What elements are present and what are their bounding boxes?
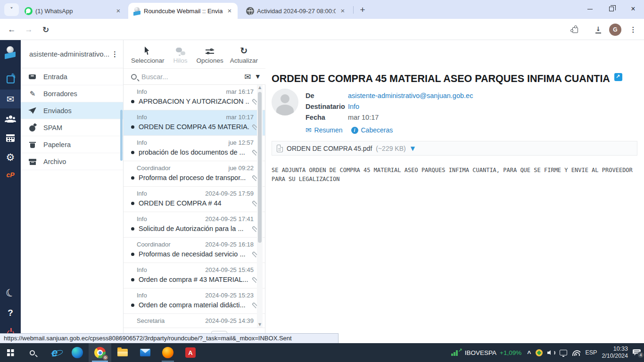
- to-address-link[interactable]: Info: [348, 101, 359, 112]
- clock[interactable]: 10:332/10/2024: [602, 346, 628, 360]
- message-list-item[interactable]: Secretaria 2024-09-25 14:39: [124, 314, 265, 328]
- message-date: 2024-09-25 17:59: [205, 190, 254, 197]
- message-list-item[interactable]: Coordinador 2024-09-25 16:18 Proformas d…: [124, 238, 265, 263]
- list-scrollbar[interactable]: ▲ ▼: [257, 85, 263, 328]
- acrobat-icon: A: [185, 347, 196, 358]
- minimize-button[interactable]: [579, 0, 601, 18]
- chrome-button[interactable]: G: [89, 343, 111, 362]
- tab-whatsapp[interactable]: (1) WhatsApp ×: [20, 3, 126, 19]
- close-tab-icon[interactable]: ×: [225, 7, 234, 15]
- message-list-item[interactable]: Coordinador jue 09:22 Proforma del proce…: [124, 161, 265, 187]
- message-list-item[interactable]: Info mar 16:17 APROBACION Y AUTORIZACION…: [124, 85, 265, 110]
- file-explorer-button[interactable]: [111, 343, 134, 362]
- extensions-button[interactable]: [569, 24, 581, 36]
- edge-button[interactable]: [66, 343, 89, 362]
- language-indicator[interactable]: ESP: [585, 349, 597, 356]
- from-address-link[interactable]: asistente-administrativo@sanjuan.gob.ec: [348, 90, 473, 101]
- folder-enviados[interactable]: Enviados: [21, 102, 123, 119]
- message-subject: APROBACION Y AUTORIZACION ...: [139, 98, 249, 105]
- attachment-filename[interactable]: ORDEN DE COMPRA 45.pdf: [287, 145, 372, 152]
- message-list-item[interactable]: Info mar 10:17 ORDEN DE COMPRA 45 MATERI…: [124, 110, 265, 136]
- forward-button[interactable]: →: [23, 24, 35, 36]
- message-list: Info mar 16:17 APROBACION Y AUTORIZACION…: [124, 85, 265, 328]
- unread-dot: [131, 253, 134, 256]
- headers-link[interactable]: iCabeceras: [351, 126, 393, 134]
- options-button[interactable]: Opciones: [197, 45, 223, 64]
- threads-button[interactable]: Hilos: [171, 45, 190, 64]
- scroll-up-icon[interactable]: ▲: [257, 85, 263, 90]
- downloads-button[interactable]: ↓: [592, 24, 604, 36]
- folder-spam[interactable]: SPAM: [21, 119, 123, 136]
- profile-button[interactable]: G: [609, 24, 621, 36]
- folder-borradores[interactable]: ✎Borradores: [21, 85, 123, 102]
- close-icon: ×: [631, 5, 635, 13]
- message-list-item[interactable]: Info 2024-09-25 15:23 Orden de compra ma…: [124, 288, 265, 314]
- roundcube-logo-icon[interactable]: [0, 42, 21, 61]
- start-button[interactable]: [0, 343, 21, 362]
- wifi-icon[interactable]: [572, 350, 580, 356]
- mail-nav-button[interactable]: ✉: [0, 90, 21, 108]
- message-list-item[interactable]: Info 2024-09-25 15:45 Orden de compra # …: [124, 263, 265, 288]
- compose-button[interactable]: [0, 70, 21, 89]
- message-headers: Deasistente-administrativo@sanjuan.gob.e…: [305, 90, 473, 123]
- calendar-nav-button[interactable]: [0, 129, 21, 148]
- help-button[interactable]: ?: [0, 304, 21, 322]
- action-center-button[interactable]: 4: [633, 349, 642, 357]
- tray-expand-icon[interactable]: ^: [527, 350, 531, 357]
- chevron-down-icon: ˅: [10, 7, 13, 13]
- volume-icon[interactable]: [547, 350, 555, 356]
- message-list-item[interactable]: Info 2024-09-25 17:41 Solicitud de Autor…: [124, 212, 265, 238]
- close-window-button[interactable]: ×: [622, 0, 644, 18]
- tab-search-button[interactable]: ˅: [4, 3, 19, 16]
- folder-papelera[interactable]: Papelera: [21, 136, 123, 153]
- folder-menu-icon[interactable]: ⋮: [111, 50, 118, 58]
- coin-icon[interactable]: [536, 349, 543, 356]
- unread-dot: [131, 227, 134, 230]
- browser-menu-button[interactable]: ⋮: [627, 24, 639, 36]
- taskbar-search-button[interactable]: [21, 343, 43, 362]
- stock-widget[interactable]: ↗ IBOVESPA +1,09%: [451, 349, 521, 356]
- attachment-row[interactable]: ORDEN DE COMPRA 45.pdf (~229 KB) ▼: [272, 141, 637, 156]
- message-sender: Info: [137, 292, 147, 299]
- trash-icon: [28, 140, 37, 149]
- message-date: jue 12:57: [229, 139, 254, 146]
- message-scope-icon[interactable]: ✉: [244, 72, 251, 82]
- folder-entrada[interactable]: Entrada: [21, 68, 123, 85]
- message-list-item[interactable]: Info jue 12:57 probación de los document…: [124, 136, 265, 161]
- summary-link[interactable]: ✉Resumen: [305, 126, 343, 134]
- tab-roundcube[interactable]: Roundcube Webmail :: Enviados ×: [128, 3, 238, 19]
- tab-actividad[interactable]: Actividad 2024-09-27 08:00:00 ×: [241, 3, 351, 19]
- acrobat-button[interactable]: A: [179, 343, 202, 362]
- message-date: mar 10:17: [348, 112, 379, 123]
- attachment-menu-caret-icon[interactable]: ▼: [411, 145, 415, 152]
- close-tab-icon[interactable]: ×: [114, 7, 123, 15]
- select-button[interactable]: Seleccionar: [131, 45, 165, 64]
- folder-archivo[interactable]: Archivo: [21, 153, 123, 170]
- inbox-icon: [28, 73, 37, 81]
- edge-icon: [72, 347, 83, 358]
- dark-mode-button[interactable]: ☾: [0, 284, 21, 303]
- close-tab-icon[interactable]: ×: [339, 7, 347, 15]
- archive-box-icon: [28, 157, 37, 166]
- internet-explorer-button[interactable]: e: [43, 343, 66, 362]
- search-options-caret-icon[interactable]: ▼: [256, 74, 260, 80]
- display-icon[interactable]: [560, 350, 567, 355]
- restore-button[interactable]: [601, 0, 622, 18]
- back-button[interactable]: ←: [6, 24, 18, 36]
- refresh-button[interactable]: ↻Actualizar: [230, 45, 258, 64]
- new-tab-button[interactable]: +: [356, 4, 369, 16]
- open-in-new-window-icon[interactable]: [614, 73, 622, 81]
- scrollbar-thumb[interactable]: [258, 92, 262, 243]
- contacts-nav-button[interactable]: [0, 109, 21, 128]
- reload-button[interactable]: ↻: [40, 24, 52, 36]
- mail-app-button[interactable]: [134, 343, 157, 362]
- restore-icon: [609, 7, 614, 11]
- scroll-down-icon[interactable]: ▼: [257, 322, 263, 328]
- stock-chart-icon: ↗: [451, 349, 462, 356]
- message-list-item[interactable]: Info 2024-09-25 17:59 ORDEN DE COMPRA # …: [124, 187, 265, 212]
- search-input[interactable]: Buscar...: [141, 73, 239, 81]
- firefox-button[interactable]: [157, 343, 179, 362]
- cpanel-button[interactable]: cP: [0, 165, 21, 184]
- settings-nav-button[interactable]: ⚙: [0, 148, 21, 167]
- folder-scrollbar-thumb[interactable]: [120, 110, 123, 161]
